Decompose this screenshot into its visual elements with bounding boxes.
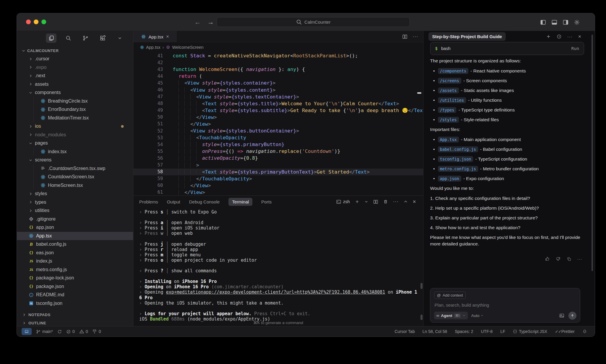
code-line[interactable]: 56 activeOpacity={0.8} [133, 155, 423, 161]
tree-item[interactable]: TStsconfig.json [17, 299, 133, 308]
tree-item[interactable]: JSmetro.config.js [17, 266, 133, 274]
forward-arrow-icon[interactable]: → [207, 18, 214, 26]
chat-session-tab[interactable]: Step-by-Step Project Build Guide [428, 32, 506, 41]
code-line[interactable]: 45 <View style={styles.container}> [133, 80, 423, 86]
settings-gear-icon[interactable] [574, 19, 580, 25]
language-status[interactable]: {̇} TypeScript JSX [513, 329, 547, 334]
split-editor-icon[interactable] [402, 34, 407, 39]
chat-scrollbar[interactable] [592, 35, 593, 271]
tree-item[interactable]: ErrorBoundary.tsx [17, 105, 133, 114]
thumbs-up-icon[interactable] [545, 256, 550, 261]
split-terminal-icon[interactable] [373, 199, 378, 204]
explorer-project-header[interactable]: CALMCOUNTER [17, 46, 133, 55]
tab-ports[interactable]: Ports [261, 199, 272, 204]
code-line[interactable]: 53 <TouchableOpacity [133, 134, 423, 141]
tree-item[interactable]: BreathingCircle.tsx [17, 97, 133, 106]
command-search[interactable]: CalmCounter [217, 17, 410, 27]
search-view-icon[interactable] [63, 33, 74, 43]
explorer-view-icon[interactable] [46, 33, 57, 43]
cursor-tab-status[interactable]: Cursor Tab [394, 329, 415, 334]
tree-item[interactable]: {}package.json [17, 282, 133, 291]
send-button[interactable] [568, 312, 576, 320]
formatter-status[interactable]: ✓✓ Prettier [555, 329, 575, 334]
agent-mode-selector[interactable]: ∞ Agent ⌘I [434, 312, 468, 319]
tree-item[interactable]: {}eas.json [17, 249, 133, 257]
views-chevron-icon[interactable] [115, 33, 125, 43]
tab-close-icon[interactable]: × [166, 34, 169, 40]
tree-item[interactable]: MeditationTimer.tsx [17, 114, 133, 122]
terminal-scrollbar[interactable] [420, 315, 423, 320]
tree-item[interactable]: README.md [17, 291, 133, 299]
terminal-dropdown-icon[interactable] [365, 200, 368, 203]
new-chat-icon[interactable] [546, 34, 551, 39]
model-selector[interactable]: Auto [471, 313, 484, 318]
sidebar-section-outline[interactable]: OUTLINE [17, 319, 133, 326]
sync-icon[interactable] [57, 329, 62, 334]
close-chat-icon[interactable]: × [578, 34, 581, 40]
code-line[interactable]: 42 [133, 59, 423, 66]
source-control-icon[interactable] [80, 33, 91, 43]
zoom-button[interactable] [41, 20, 46, 24]
eol-status[interactable]: LF [500, 329, 505, 334]
tree-item[interactable]: ios [17, 122, 133, 131]
tab-problems[interactable]: Problems [139, 199, 158, 204]
remote-indicator[interactable] [22, 328, 32, 335]
tree-item[interactable]: .expo [17, 63, 133, 72]
code-line[interactable]: 50 </View> [133, 114, 423, 121]
tree-item[interactable]: node_modules [17, 131, 133, 139]
tree-item[interactable]: App.tsx [17, 232, 133, 240]
tab-app-tsx[interactable]: App.tsx × [133, 31, 177, 42]
tab-terminal[interactable]: Terminal [228, 198, 252, 206]
tab-debug-console[interactable]: Debug Console [189, 199, 220, 204]
tree-item[interactable]: .gitignore [17, 215, 133, 224]
indentation-status[interactable]: Spaces: 2 [455, 329, 473, 334]
warnings-status[interactable]: 0 [79, 329, 88, 334]
code-line[interactable]: 59 </TouchableOpacity> [133, 175, 423, 182]
attach-image-icon[interactable] [559, 313, 565, 318]
tree-item[interactable]: utilities [17, 206, 133, 215]
code-line[interactable]: 47 <View style={styles.textContainer}> [133, 93, 423, 100]
toggle-secondary-sidebar-icon[interactable] [563, 19, 569, 25]
tree-item[interactable]: pages [17, 139, 133, 148]
tree-item[interactable]: Bbabel.config.js [17, 240, 133, 249]
code-line[interactable]: 43function WelcomeScreen({ navigation }:… [133, 66, 423, 73]
code-line[interactable]: 49 <Text style={styles.subtitle}>Get Rea… [133, 107, 423, 114]
shell-selector[interactable]: zsh [336, 199, 350, 204]
tree-item[interactable]: {}package-lock.json [17, 274, 133, 282]
code-line[interactable]: 51 </View> [133, 121, 423, 127]
tree-item[interactable]: components [17, 88, 133, 97]
code-line[interactable]: 46 <View style={styles.content}> [133, 86, 423, 93]
tree-item[interactable]: screens [17, 156, 133, 164]
add-context-chip[interactable]: @ Add context [434, 292, 466, 299]
tree-item[interactable]: index.tsx [17, 148, 133, 156]
code-line[interactable]: 41const Stack = createNativeStackNavigat… [133, 52, 423, 59]
tree-item[interactable]: assets [17, 80, 133, 89]
run-button[interactable]: Run [571, 46, 579, 51]
message-more-actions-icon[interactable]: ··· [577, 257, 582, 261]
terminal-more-actions-icon[interactable]: ··· [393, 199, 399, 204]
tree-item[interactable]: .next [17, 72, 133, 80]
code-line[interactable]: 60 </View> [133, 182, 423, 189]
ports-status[interactable]: 0 [92, 329, 101, 334]
chat-more-actions-icon[interactable]: ··· [567, 34, 573, 39]
new-terminal-icon[interactable] [355, 199, 360, 204]
code-line[interactable]: 44 return ( [133, 73, 423, 80]
editor-more-actions-icon[interactable]: ··· [413, 34, 418, 39]
breadcrumb[interactable]: App.tsx › WelcomeScreen [133, 42, 423, 52]
errors-status[interactable]: 0 [66, 329, 75, 334]
tab-output[interactable]: Output [167, 199, 180, 204]
back-arrow-icon[interactable]: ← [194, 18, 201, 26]
tree-item[interactable]: CountdownScreen.tsx [17, 173, 133, 181]
tree-item[interactable]: JSindex.js [17, 257, 133, 266]
terminal-scrollbar[interactable] [420, 283, 423, 289]
tree-item[interactable]: styles [17, 190, 133, 198]
kill-terminal-trash-icon[interactable] [383, 199, 388, 204]
chat-input-box[interactable]: @ Add context Plan, search, build anythi… [430, 288, 580, 323]
code-line[interactable]: 55 onPress={() => navigation.replace('Co… [133, 148, 423, 155]
notifications-bell-icon[interactable] [582, 329, 587, 334]
git-branch-status[interactable]: main* [36, 329, 53, 334]
encoding-status[interactable]: UTF-8 [481, 329, 493, 334]
code-line[interactable]: 52 <View style={styles.buttonContainer}> [133, 127, 423, 134]
minimize-button[interactable] [34, 20, 38, 24]
code-line[interactable]: 57 > [133, 162, 423, 169]
